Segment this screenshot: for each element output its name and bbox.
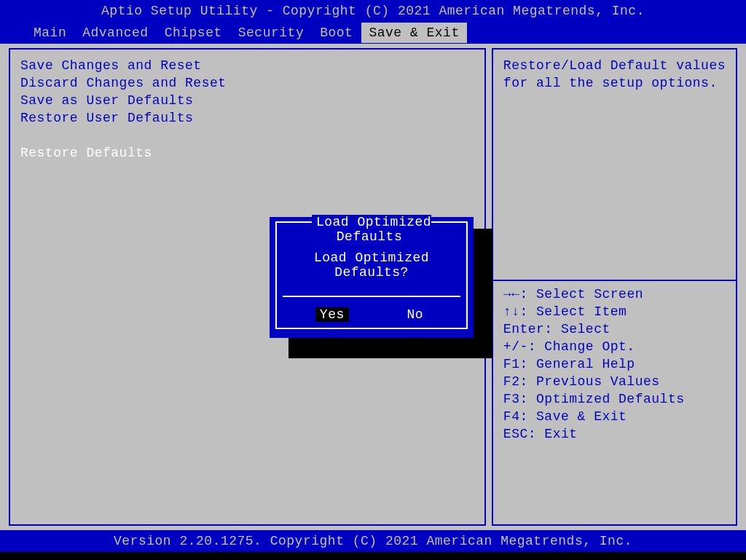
- footer-bar: Version 2.20.1275. Copyright (C) 2021 Am…: [0, 530, 746, 552]
- opt-discard-changes-reset[interactable]: Discard Changes and Reset: [20, 74, 474, 92]
- title-text: Aptio Setup Utility - Copyright (C) 2021…: [101, 4, 645, 18]
- opt-save-user-defaults[interactable]: Save as User Defaults: [20, 92, 474, 109]
- key-enter: Enter: Select: [503, 320, 726, 338]
- title-bar: Aptio Setup Utility - Copyright (C) 2021…: [0, 0, 746, 22]
- menu-security[interactable]: Security: [231, 23, 311, 43]
- keymap: →←: Select Screen ↑↓: Select Item Enter:…: [503, 285, 726, 443]
- key-select-item: ↑↓: Select Item: [503, 303, 726, 320]
- dialog-yes-button[interactable]: Yes: [315, 307, 349, 322]
- key-f4: F4: Save & Exit: [503, 408, 726, 425]
- confirm-dialog: Load Optimized Defaults Load Optimized D…: [270, 217, 474, 338]
- menu-chipset[interactable]: Chipset: [157, 23, 229, 43]
- help-divider: [493, 280, 736, 281]
- opt-save-changes-reset[interactable]: Save Changes and Reset: [20, 57, 474, 74]
- key-f3: F3: Optimized Defaults: [503, 390, 726, 408]
- help-line-1: Restore/Load Default values: [503, 57, 726, 74]
- help-description: Restore/Load Default values for all the …: [503, 57, 726, 275]
- menu-save-exit[interactable]: Save & Exit: [361, 23, 466, 43]
- dialog-buttons: Yes No: [277, 297, 466, 323]
- arrow-ud-icon: ↑↓: [503, 304, 520, 319]
- key-f2: F2: Previous Values: [503, 373, 726, 390]
- menu-main[interactable]: Main: [26, 23, 74, 43]
- key-f1: F1: General Help: [503, 355, 726, 373]
- help-line-2: for all the setup options.: [503, 74, 726, 92]
- menu-advanced[interactable]: Advanced: [75, 23, 155, 43]
- dialog-no-button[interactable]: No: [403, 307, 428, 322]
- key-select-screen: →←: Select Screen: [503, 285, 726, 303]
- spacer: [20, 127, 474, 144]
- footer-text: Version 2.20.1275. Copyright (C) 2021 Am…: [114, 534, 632, 548]
- opt-restore-defaults[interactable]: Restore Defaults: [20, 144, 474, 162]
- key-change: +/-: Change Opt.: [503, 338, 726, 355]
- menu-bar: Main Advanced Chipset Security Boot Save…: [0, 22, 746, 44]
- menu-boot[interactable]: Boot: [313, 23, 360, 43]
- key-esc: ESC: Exit: [503, 425, 726, 443]
- dialog-title-row: Load Optimized Defaults: [277, 215, 466, 224]
- help-panel: Restore/Load Default values for all the …: [492, 48, 737, 526]
- opt-restore-user-defaults[interactable]: Restore User Defaults: [20, 109, 474, 127]
- arrow-lr-icon: →←: [503, 287, 520, 301]
- dialog-frame: Load Optimized Defaults Load Optimized D…: [275, 221, 468, 329]
